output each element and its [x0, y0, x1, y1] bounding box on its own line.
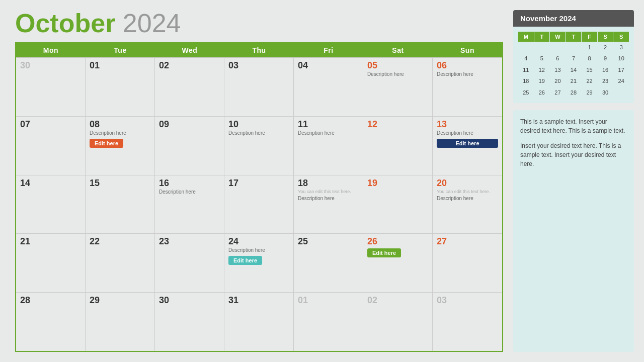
- mini-day: 14: [566, 65, 582, 75]
- cal-cell: 10Description here: [224, 117, 294, 175]
- cal-cell: 11Description here: [294, 117, 363, 175]
- day-number: 17: [228, 178, 289, 188]
- sidebar-text-section: This is a sample text. Insert your desir…: [513, 110, 634, 352]
- mini-day: 30: [598, 87, 613, 98]
- mini-day: 13: [550, 65, 566, 75]
- mini-day: 8: [582, 53, 597, 64]
- day-number: 01: [90, 61, 150, 70]
- cal-cell: 02: [363, 293, 433, 351]
- cal-header-cell: Thu: [224, 43, 294, 57]
- description-text: Description here: [367, 71, 428, 77]
- cal-cell: 28: [16, 293, 86, 351]
- day-number: 13: [437, 120, 498, 129]
- cal-header-cell: Fri: [294, 43, 363, 57]
- cal-cell: 24Description hereEdit here: [224, 234, 294, 292]
- main-title: October 2024: [15, 10, 503, 36]
- day-number: 02: [159, 61, 220, 70]
- day-number: 02: [367, 296, 428, 305]
- day-number: 01: [298, 296, 359, 305]
- sidebar-text-paragraph: This is a sample text. Insert your desir…: [520, 117, 627, 135]
- calendar-header: MonTueWedThuFriSatSun: [16, 43, 502, 57]
- mini-day: 21: [566, 76, 582, 86]
- edit-button[interactable]: Edit here: [90, 139, 123, 148]
- mini-day: 22: [582, 76, 597, 86]
- cal-cell: 09: [155, 117, 224, 175]
- mini-day: 23: [598, 76, 613, 86]
- description-text: Description here: [159, 189, 220, 195]
- mini-calendar-section: November 2024 MTWTFSS1234567891011121314…: [513, 10, 634, 103]
- cal-cell: 18You can edit this text here.Descriptio…: [294, 175, 363, 234]
- cal-header-cell: Sat: [363, 43, 433, 57]
- mini-day: [518, 42, 534, 53]
- cal-header-cell: Mon: [16, 43, 86, 57]
- day-number: 15: [90, 178, 150, 188]
- mini-header-cell: M: [518, 32, 534, 42]
- cal-cell: 17: [224, 175, 294, 234]
- cal-row: 141516Description here1718You can edit t…: [16, 175, 502, 234]
- mini-day: 28: [566, 87, 582, 98]
- mini-day: 17: [613, 65, 629, 75]
- cal-cell: 20You can edit this text here.Descriptio…: [433, 175, 502, 234]
- cal-cell: 03: [433, 293, 502, 351]
- mini-day: 19: [534, 76, 550, 86]
- mini-header-cell: W: [550, 32, 566, 42]
- mini-day: 11: [518, 65, 534, 75]
- day-number: 14: [20, 178, 81, 188]
- day-number: 05: [367, 61, 428, 70]
- cal-row: 28293031010203: [16, 292, 502, 351]
- cal-cell: 19: [363, 175, 433, 234]
- cal-header-cell: Tue: [86, 43, 155, 57]
- day-number: 03: [437, 296, 498, 305]
- cal-cell: 13Description hereEdit here: [433, 117, 502, 175]
- cal-cell: 26Edit here: [363, 234, 433, 292]
- cal-cell: 07: [16, 117, 86, 175]
- cal-row: 21222324Description hereEdit here2526Edi…: [16, 233, 502, 292]
- mini-day: [534, 42, 550, 53]
- main-calendar: October 2024 MonTueWedThuFriSatSun 30010…: [15, 10, 503, 352]
- edit-button[interactable]: Edit here: [437, 139, 498, 148]
- description-text: Description here: [298, 196, 359, 202]
- description-text: Description here: [228, 130, 289, 136]
- mini-day: [566, 42, 582, 53]
- cal-cell: 27: [433, 234, 502, 292]
- cal-cell: 01: [294, 293, 363, 351]
- day-number: 18: [298, 178, 359, 188]
- day-number: 21: [20, 237, 81, 246]
- day-number: 25: [298, 237, 359, 246]
- small-note: You can edit this text here.: [437, 189, 498, 195]
- day-number: 03: [228, 61, 289, 70]
- sidebar-text-paragraph: Insert your desired text here. This is a…: [520, 141, 627, 168]
- calendar-body: 300102030405Description here06Descriptio…: [16, 57, 502, 351]
- day-number: 31: [228, 296, 289, 305]
- mini-day: 20: [550, 76, 566, 86]
- mini-day: [613, 87, 629, 98]
- mini-day: 7: [566, 53, 582, 64]
- mini-day: 15: [582, 65, 597, 75]
- mini-day: 26: [534, 87, 550, 98]
- day-number: 30: [20, 61, 81, 70]
- description-text: Description here: [437, 196, 498, 202]
- description-text: Description here: [228, 247, 289, 253]
- cal-cell: 16Description here: [155, 175, 224, 234]
- description-text: Description here: [90, 130, 150, 136]
- edit-button[interactable]: Edit here: [228, 256, 262, 265]
- day-number: 30: [159, 296, 220, 305]
- mini-calendar-title: November 2024: [513, 10, 634, 27]
- mini-day: 5: [534, 53, 550, 64]
- mini-header-cell: S: [598, 32, 613, 42]
- mini-day: 9: [598, 53, 613, 64]
- cal-cell: 01: [86, 58, 155, 116]
- mini-day: 25: [518, 87, 534, 98]
- mini-day: 24: [613, 76, 629, 86]
- mini-day: 1: [582, 42, 597, 53]
- day-number: 12: [367, 120, 428, 129]
- cal-cell: 31: [224, 293, 294, 351]
- edit-button[interactable]: Edit here: [367, 248, 401, 257]
- day-number: 20: [437, 178, 498, 188]
- day-number: 07: [20, 120, 81, 129]
- cal-cell: 05Description here: [363, 58, 433, 116]
- cal-cell: 29: [86, 293, 155, 351]
- mini-grid: MTWTFSS123456789101112131415161718192021…: [518, 32, 629, 98]
- day-number: 23: [159, 237, 220, 246]
- cal-cell: 08Description hereEdit here: [86, 117, 155, 175]
